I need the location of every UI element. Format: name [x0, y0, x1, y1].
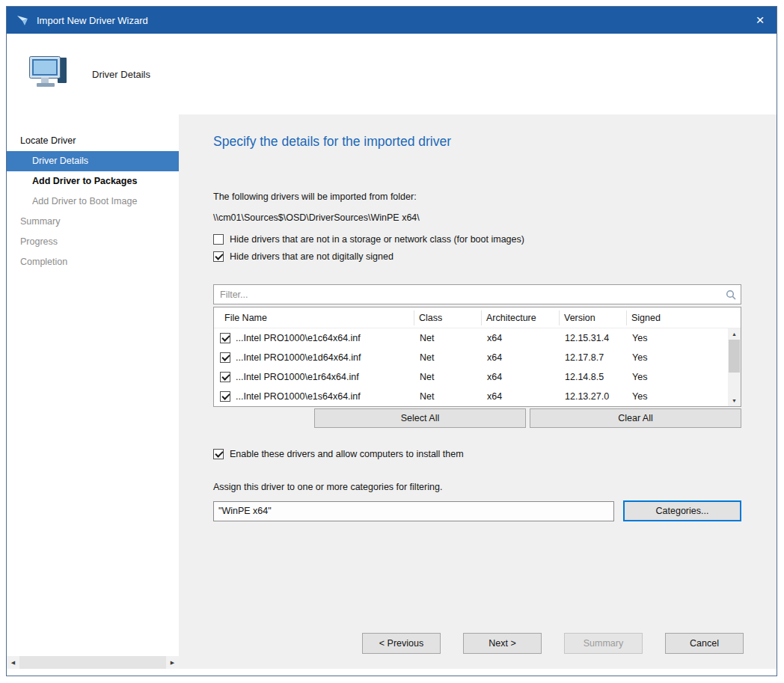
hide-storage-label: Hide drivers that are not in a storage o…	[230, 234, 524, 245]
scrollbar-thumb[interactable]	[19, 656, 166, 669]
wizard-footer: < Previous Next > Summary Cancel	[213, 633, 744, 654]
sidebar-item-summary: Summary	[7, 212, 179, 232]
row-checkbox[interactable]	[220, 372, 230, 382]
file-name-cell: ...Intel PRO1000\e1s64x64.inf	[236, 391, 361, 402]
table-row[interactable]: ...Intel PRO1000\e1c64x64.inf Net x64 12…	[214, 328, 728, 348]
hide-storage-checkbox-row: Hide drivers that are not in a storage o…	[213, 234, 744, 245]
row-checkbox[interactable]	[220, 391, 230, 402]
version-cell: 12.15.31.4	[560, 333, 627, 343]
scroll-down-icon[interactable]: ▼	[728, 395, 741, 406]
scroll-left-icon[interactable]: ◀	[7, 656, 19, 669]
content-heading: Specify the details for the imported dri…	[213, 134, 744, 150]
summary-button: Summary	[564, 633, 643, 654]
sidebar-item-locate-driver[interactable]: Locate Driver	[7, 131, 179, 151]
category-field-row: Categories...	[213, 500, 744, 521]
sidebar-item-add-driver-to-packages[interactable]: Add Driver to Packages	[7, 171, 179, 192]
class-cell: Net	[414, 333, 482, 343]
categories-button[interactable]: Categories...	[623, 500, 741, 521]
select-all-button[interactable]: Select All	[314, 408, 526, 428]
version-cell: 12.14.8.5	[560, 372, 627, 382]
sidebar-item-completion: Completion	[7, 252, 179, 272]
architecture-cell: x64	[482, 391, 560, 402]
computer-icon	[29, 55, 70, 94]
cancel-button[interactable]: Cancel	[665, 633, 744, 654]
import-new-driver-wizard-window: Import New Driver Wizard × Driver Detail…	[6, 6, 777, 676]
page-content: Specify the details for the imported dri…	[179, 114, 777, 669]
row-checkbox[interactable]	[220, 333, 230, 343]
row-checkbox[interactable]	[220, 352, 230, 363]
sidebar-item-add-driver-to-boot-image: Add Driver to Boot Image	[7, 192, 179, 212]
file-name-cell: ...Intel PRO1000\e1r64x64.inf	[236, 372, 359, 382]
enable-drivers-label: Enable these drivers and allow computers…	[230, 449, 464, 459]
category-field[interactable]	[213, 501, 614, 521]
class-cell: Net	[414, 352, 482, 363]
table-row[interactable]: ...Intel PRO1000\e1r64x64.inf Net x64 12…	[214, 367, 728, 387]
table-row[interactable]: ...Intel PRO1000\e1s64x64.inf Net x64 12…	[214, 387, 728, 406]
selection-buttons-row: Select All Clear All	[213, 408, 741, 428]
class-cell: Net	[414, 372, 482, 382]
folder-note: The following drivers will be imported f…	[213, 192, 744, 202]
signed-cell: Yes	[627, 372, 728, 382]
column-header-signed[interactable]: Signed	[627, 310, 741, 325]
sidebar-item-driver-details[interactable]: Driver Details	[7, 151, 179, 171]
next-button[interactable]: Next >	[463, 633, 542, 654]
filter-box	[213, 284, 741, 304]
folder-path: \\cm01\Sources$\OSD\DriverSources\WinPE …	[213, 212, 744, 223]
previous-button[interactable]: < Previous	[362, 633, 441, 654]
file-name-cell: ...Intel PRO1000\e1d64x64.inf	[236, 352, 361, 363]
column-header-version[interactable]: Version	[560, 310, 627, 325]
hide-storage-checkbox[interactable]	[213, 234, 224, 245]
table-body: ...Intel PRO1000\e1c64x64.inf Net x64 12…	[214, 328, 728, 406]
wizard-icon	[16, 13, 29, 27]
enable-drivers-checkbox[interactable]	[213, 449, 224, 459]
architecture-cell: x64	[482, 372, 560, 382]
column-header-file-name[interactable]: File Name	[214, 310, 414, 325]
table-row[interactable]: ...Intel PRO1000\e1d64x64.inf Net x64 12…	[214, 348, 728, 367]
wizard-header: Driver Details	[7, 34, 777, 114]
scrollbar-thumb[interactable]	[729, 340, 740, 373]
table-header: File Name Class Architecture Version Sig…	[214, 307, 741, 328]
sidebar-horizontal-scrollbar[interactable]: ◀ ▶	[7, 656, 179, 669]
hide-unsigned-checkbox[interactable]	[213, 251, 224, 262]
signed-cell: Yes	[627, 333, 728, 343]
search-icon[interactable]	[721, 285, 741, 304]
title-bar: Import New Driver Wizard ×	[7, 7, 777, 34]
sidebar-item-progress: Progress	[7, 232, 179, 252]
column-header-architecture[interactable]: Architecture	[482, 310, 560, 325]
driver-table: File Name Class Architecture Version Sig…	[213, 307, 741, 407]
class-cell: Net	[414, 391, 482, 402]
filter-input[interactable]	[214, 285, 721, 304]
window-title: Import New Driver Wizard	[37, 15, 148, 26]
hide-unsigned-label: Hide drivers that are not digitally sign…	[230, 251, 393, 262]
hide-unsigned-checkbox-row: Hide drivers that are not digitally sign…	[213, 251, 744, 262]
table-vertical-scrollbar[interactable]: ▲ ▼	[728, 328, 741, 406]
scroll-up-icon[interactable]: ▲	[728, 328, 741, 340]
column-header-class[interactable]: Class	[414, 310, 482, 325]
assign-category-note: Assign this driver to one or more catego…	[213, 482, 744, 492]
wizard-steps-sidebar: Locate Driver Driver Details Add Driver …	[7, 114, 179, 669]
signed-cell: Yes	[627, 391, 728, 402]
architecture-cell: x64	[482, 333, 560, 343]
clear-all-button[interactable]: Clear All	[530, 408, 741, 428]
version-cell: 12.13.27.0	[560, 391, 627, 402]
scroll-right-icon[interactable]: ▶	[166, 656, 179, 669]
enable-drivers-checkbox-row: Enable these drivers and allow computers…	[213, 449, 744, 459]
close-icon[interactable]: ×	[744, 7, 777, 34]
signed-cell: Yes	[627, 352, 728, 363]
file-name-cell: ...Intel PRO1000\e1c64x64.inf	[236, 333, 361, 343]
architecture-cell: x64	[482, 352, 560, 363]
version-cell: 12.17.8.7	[560, 352, 627, 363]
page-title: Driver Details	[92, 69, 150, 80]
